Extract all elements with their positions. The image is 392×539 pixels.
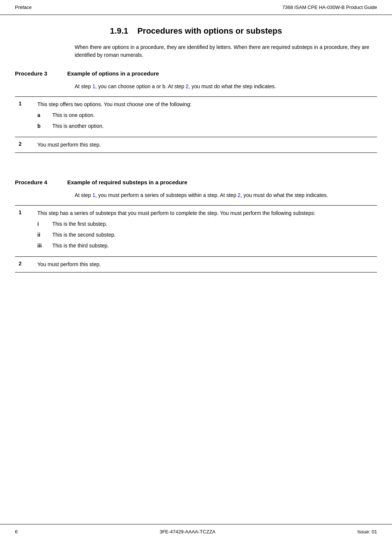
proc4-substep-i: i This is the first substep. [37,220,377,228]
header-left: Preface [15,4,32,10]
section-heading: Procedures with options or substeps [137,26,282,36]
proc4-substep-iii: iii This is the third substep. [37,242,377,250]
page-footer: 6 3FE-47429-AAAA-TCZZA Issue: 01 [0,524,392,539]
proc3-substep-a-label: a [37,111,52,119]
proc3-substep-b-label: b [37,122,52,130]
proc3-substep-b-text: This is another option. [52,122,104,130]
footer-center: 3FE-47429-AAAA-TCZZA [159,529,215,535]
proc3-substep-b: b This is another option. [37,122,377,130]
proc3-step2-content: You must perform this step. [37,141,377,149]
proc4-substep-ii-text: This is the second substep. [52,231,116,239]
page-header: Preface 7368 ISAM CPE HA-030W-B Product … [0,0,392,15]
proc3-link2[interactable]: 2 [186,83,189,89]
proc3-step1: 1 This step offers two options. You must… [15,97,377,137]
proc4-substeps: i This is the first substep. ii This is … [37,220,377,250]
proc3-step1-num: 1 [15,101,37,133]
procedure-3-block: Procedure 3 Example of options in a proc… [15,70,377,153]
proc4-substep-ii-label: ii [37,231,52,239]
proc4-substep-i-label: i [37,220,52,228]
proc3-substeps: a This is one option. b This is another … [37,111,377,130]
proc3-substep-a-text: This is one option. [52,111,95,119]
procedure-3-label: Procedure 3 [15,70,60,77]
proc4-step1: 1 This step has a series of substeps tha… [15,206,377,257]
section-intro: When there are options in a procedure, t… [75,43,377,59]
proc3-substep-a: a This is one option. [37,111,377,119]
proc4-step2: 2 You must perform this step. [15,257,377,272]
procedure-3-title: Example of options in a procedure [67,70,159,77]
proc4-step2-content: You must perform this step. [37,261,377,268]
footer-left: 6 [15,529,18,535]
proc4-substep-i-text: This is the first substep. [52,220,107,228]
proc4-substep-iii-text: This is the third substep. [52,242,109,250]
proc4-step2-num: 2 [15,261,37,268]
procedure-3-intro: At step 1, you can choose option a or b.… [75,83,377,90]
proc4-substep-iii-label: iii [37,242,52,250]
procedure-3-header: Procedure 3 Example of options in a proc… [15,70,377,77]
procedure-4-block: Procedure 4 Example of required substeps… [15,179,377,272]
procedure-4-intro: At step 1, you must perform a series of … [75,191,377,199]
proc3-step2-num: 2 [15,141,37,149]
proc3-step1-content: This step offers two options. You must c… [37,101,377,133]
footer-right: Issue: 01 [357,529,377,535]
proc3-step2: 2 You must perform this step. [15,137,377,153]
header-right: 7368 ISAM CPE HA-030W-B Product Guide [282,4,377,10]
section-title: 1.9.1 Procedures with options or substep… [15,26,377,36]
procedure-3-steps: 1 This step offers two options. You must… [15,96,377,153]
proc4-step1-num: 1 [15,209,37,253]
section-number: 1.9.1 [110,26,128,36]
proc4-substep-ii: ii This is the second substep. [37,231,377,239]
procedure-4-header: Procedure 4 Example of required substeps… [15,179,377,185]
procedure-4-title: Example of required substeps in a proced… [67,179,187,185]
main-content: 1.9.1 Procedures with options or substep… [0,15,392,317]
proc4-step1-content: This step has a series of substeps that … [37,209,377,253]
procedure-4-steps: 1 This step has a series of substeps tha… [15,205,377,272]
procedure-4-label: Procedure 4 [15,179,60,185]
